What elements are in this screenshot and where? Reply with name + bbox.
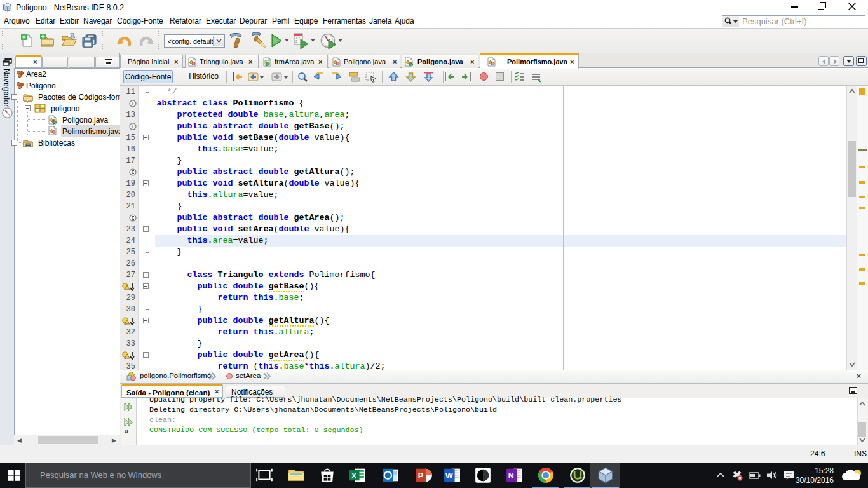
svg-text:X: X: [351, 471, 357, 480]
svg-text:W: W: [445, 471, 453, 480]
svg-text:P: P: [418, 471, 423, 480]
svg-text:N: N: [508, 471, 514, 480]
svg-text:3: 3: [295, 39, 297, 43]
